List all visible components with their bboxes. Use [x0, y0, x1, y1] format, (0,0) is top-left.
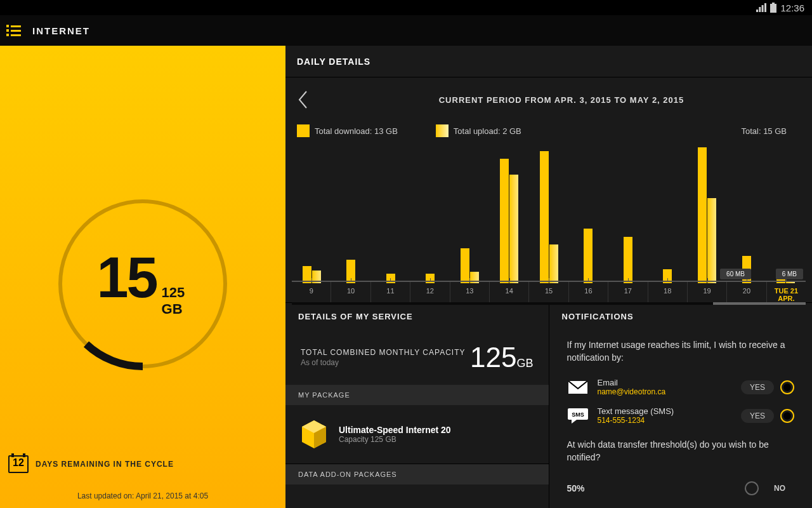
axis-label: 15 [529, 282, 568, 302]
axis-label: TUE 21 APR. [767, 282, 806, 302]
bar-download [584, 229, 593, 283]
notif-email-value[interactable]: name@videotron.ca [598, 387, 732, 396]
addon-header[interactable]: DATA ADD-ON PACKAGES [285, 464, 549, 485]
chart-legend: Total download: 13 GB Total upload: 2 GB… [285, 122, 812, 137]
chart-day-column[interactable] [371, 144, 410, 283]
cycle-days: 12 [8, 457, 29, 469]
back-arrow-icon[interactable] [297, 90, 310, 109]
axis-label: 13 [450, 282, 490, 302]
axis-label: 12 [410, 282, 450, 302]
swatch-download-icon [297, 124, 310, 137]
legend-download: Total download: 13 GB [297, 124, 398, 137]
swatch-upload-icon [436, 124, 449, 137]
package-name: Ultimate-Speed Internet 20 [339, 425, 451, 435]
toggle-no-label: NO [765, 481, 794, 495]
svg-marker-11 [572, 420, 577, 424]
bar-download [698, 147, 707, 283]
chart-day-column[interactable] [529, 144, 568, 283]
capacity-subtitle: As of today [301, 358, 470, 367]
bar-download [500, 159, 509, 283]
legend-dl-label: Total download: 13 GB [315, 126, 398, 136]
menu-icon[interactable] [6, 25, 21, 36]
app-title: INTERNET [32, 25, 90, 36]
daily-details-header: DAILY DETAILS [285, 46, 812, 77]
svg-rect-0 [772, 3, 775, 4]
chart-day-column[interactable] [648, 144, 687, 283]
notif-sms-label: Text message (SMS) [598, 406, 732, 416]
axis-label: 14 [490, 282, 529, 302]
chart-day-column[interactable] [608, 144, 648, 283]
chart-day-column[interactable] [410, 144, 450, 283]
bar-upload [707, 198, 716, 283]
notif-sms-row: SMS Text message (SMS) 514-555-1234 YES [567, 401, 795, 430]
legend-total: Total: 15 GB [741, 126, 801, 136]
callout-download: 60 MB [720, 269, 751, 279]
bar-download [624, 237, 632, 283]
toggle-ring-icon [780, 380, 794, 394]
notif-email-row: Email name@videotron.ca YES [567, 373, 795, 401]
capacity-title: TOTAL COMBINED MONTHLY CAPACITY [301, 348, 470, 357]
status-bar: 12:36 [0, 0, 812, 15]
axis-label: 10 [331, 282, 370, 302]
battery-icon [770, 3, 776, 13]
chart-day-column[interactable] [450, 144, 489, 283]
package-capacity: Capacity 125 GB [339, 435, 451, 444]
my-package-header: MY PACKAGE [285, 385, 549, 405]
legend-upload: Total upload: 2 GB [436, 124, 521, 137]
axis-label: 20 [727, 282, 766, 302]
details-panel: DAILY DETAILS CURRENT PERIOD FROM APR. 3… [285, 46, 812, 508]
chart-day-column[interactable] [292, 144, 331, 283]
toggle-ring-icon [780, 409, 794, 423]
usage-capacity: 125 GB [162, 284, 189, 318]
capacity-number: 125 [470, 342, 516, 373]
bar-upload [509, 175, 518, 283]
period-label: CURRENT PERIOD FROM APR. 3, 2015 TO MAY … [322, 95, 801, 105]
app-header: INTERNET [0, 15, 812, 46]
chart-day-column[interactable] [726, 144, 766, 283]
notif-email-label: Email [598, 378, 732, 387]
notifications-panel: NOTIFICATIONS If my Internet usage reach… [549, 303, 813, 508]
capacity-row: TOTAL COMBINED MONTHLY CAPACITY As of to… [285, 330, 549, 385]
scrollbar-thumb[interactable] [713, 302, 806, 305]
notif-question-2: At wich data transfer threshold(s) do yo… [567, 439, 795, 464]
chart-day-column[interactable] [490, 144, 529, 283]
threshold-row: 50% NO [567, 472, 795, 495]
usage-value: 15 [97, 245, 157, 311]
notif-sms-value[interactable]: 514-555-1234 [598, 416, 732, 425]
legend-ul-label: Total upload: 2 GB [454, 126, 521, 136]
bar-download [461, 248, 469, 283]
chart-day-column[interactable] [766, 144, 806, 283]
package-cube-icon [301, 419, 327, 450]
status-time: 12:36 [780, 3, 804, 13]
cycle-footer: 12 DAYS REMAINING IN THE CYCLE [0, 452, 285, 476]
callout-upload: 6 MB [776, 269, 803, 279]
notif-question-1: If my Internet usage reaches its limit, … [567, 339, 795, 364]
email-icon [567, 379, 589, 396]
package-row[interactable]: Ultimate-Speed Internet 20 Capacity 125 … [285, 405, 549, 464]
service-header: DETAILS OF MY SERVICE [285, 303, 549, 330]
svg-rect-1 [770, 4, 776, 13]
chart-scrollbar[interactable] [292, 302, 806, 305]
axis-label: 17 [608, 282, 648, 302]
svg-text:SMS: SMS [572, 411, 584, 418]
threshold-toggle[interactable]: NO [745, 481, 794, 495]
service-details: DETAILS OF MY SERVICE TOTAL COMBINED MON… [285, 303, 549, 508]
axis-label: 19 [688, 282, 727, 302]
sms-icon: SMS [567, 408, 589, 424]
chart-day-column[interactable] [568, 144, 608, 283]
axis-label: 11 [371, 282, 410, 302]
usage-summary-panel: 15 125 GB 12 DAYS REMAINING IN THE CYCLE… [0, 46, 285, 508]
axis-label: 9 [292, 282, 331, 302]
calendar-icon: 12 [8, 452, 29, 476]
capacity-unit: GB [516, 357, 533, 370]
notifications-header: NOTIFICATIONS [549, 303, 813, 330]
email-toggle[interactable]: YES [741, 380, 794, 394]
chart-day-column[interactable] [331, 144, 370, 283]
sms-toggle[interactable]: YES [741, 409, 794, 423]
usage-chart[interactable]: 91011121314151617181920TUE 21 APR. 60 MB… [285, 137, 812, 302]
toggle-yes-label: YES [741, 380, 774, 394]
signal-icon [756, 3, 766, 12]
chart-day-column[interactable] [687, 144, 726, 283]
last-updated: Last updated on: April 21, 2015 at 4:05 [0, 491, 285, 500]
bar-download [540, 151, 549, 283]
